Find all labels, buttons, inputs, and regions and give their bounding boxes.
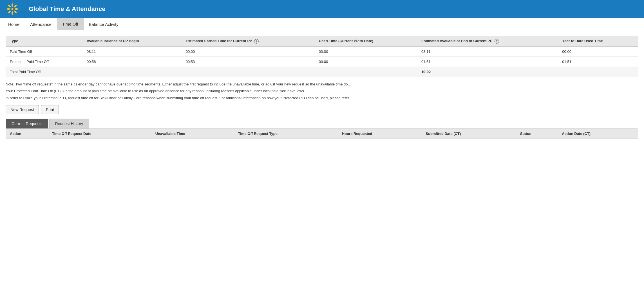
nav-time-off[interactable]: Time Off	[57, 18, 84, 30]
logo-area	[6, 2, 23, 16]
est-end-help-icon[interactable]: ?	[495, 39, 499, 44]
app-header: Global Time & Attendance	[0, 0, 644, 18]
row1-estimated-earned: 00:00	[182, 46, 315, 56]
total-ytd	[558, 67, 638, 77]
row1-available: 08:11	[83, 46, 182, 56]
request-tabs: Current Requests Request History	[6, 119, 638, 128]
req-col-submitted: Submitted Date (CT)	[422, 129, 516, 139]
tab-request-history[interactable]: Request History	[49, 119, 89, 128]
requests-table: Action Time Off Request Date Unavailable…	[6, 129, 638, 139]
req-col-type: Time Off Request Type	[234, 129, 338, 139]
balance-table: Type Available Balance at PP Begin Estim…	[6, 36, 638, 77]
row1-est-available: 08:11	[417, 46, 558, 56]
note-3: In order to utilize your Protected PTO, …	[6, 95, 638, 101]
row1-type: Paid Time Off	[6, 46, 83, 56]
table-row-total: Total Paid Time Off 10:02	[6, 67, 638, 77]
svg-point-1	[12, 3, 13, 7]
walmart-logo-icon	[6, 2, 19, 16]
col-estimated-earned: Estimated Earned Time for Current PP ?	[182, 36, 315, 46]
note-2: Your Protected Paid Time Off (PTO) is th…	[6, 88, 638, 94]
row2-est-available: 01:51	[417, 56, 558, 67]
svg-point-6	[14, 10, 17, 14]
app-title: Global Time & Attendance	[29, 5, 106, 13]
col-est-end: Estimated Available at End of Current PP…	[417, 36, 558, 46]
nav-home[interactable]: Home	[3, 18, 25, 30]
req-col-unavailable: Unavailable Time	[151, 129, 234, 139]
table-row: Paid Time Off 08:11 00:00 00:00 08:11 00…	[6, 46, 638, 56]
balance-table-wrapper: Type Available Balance at PP Begin Estim…	[6, 36, 638, 77]
svg-point-7	[14, 4, 17, 8]
estimated-earned-help-icon[interactable]: ?	[254, 39, 259, 44]
req-col-status: Status	[516, 129, 558, 139]
table-row: Protected Paid Time Off 00:58 00:53 00:0…	[6, 56, 638, 67]
total-estimated-earned	[182, 67, 315, 77]
main-content: Type Available Balance at PP Begin Estim…	[0, 30, 644, 145]
total-type: Total Paid Time Off	[6, 67, 83, 77]
nav-balance-activity[interactable]: Balance Activity	[84, 18, 124, 30]
row1-used: 00:00	[315, 46, 417, 56]
svg-point-4	[15, 8, 18, 10]
col-used: Used Time (Current PP to Date)	[315, 36, 417, 46]
svg-point-8	[8, 10, 11, 14]
row2-estimated-earned: 00:53	[182, 56, 315, 67]
row2-used: 00:00	[315, 56, 417, 67]
balance-table-header-row: Type Available Balance at PP Begin Estim…	[6, 36, 638, 46]
row2-type: Protected Paid Time Off	[6, 56, 83, 67]
svg-point-3	[7, 8, 10, 10]
tab-current-requests[interactable]: Current Requests	[6, 119, 48, 128]
svg-point-5	[8, 4, 11, 8]
note-1: Note: Two "time off requests" in the sam…	[6, 82, 638, 87]
req-col-action: Action	[6, 129, 48, 139]
col-type: Type	[6, 36, 83, 46]
print-button[interactable]: Print	[41, 105, 59, 114]
row2-available: 00:58	[83, 56, 182, 67]
nav-attendance[interactable]: Attendance	[25, 18, 57, 30]
notes-section: Note: Two "time off requests" in the sam…	[6, 82, 638, 101]
requests-section: Action Time Off Request Date Unavailable…	[6, 128, 638, 139]
svg-point-2	[12, 11, 13, 15]
col-available: Available Balance at PP Begin	[83, 36, 182, 46]
svg-point-0	[12, 8, 14, 10]
total-available	[83, 67, 182, 77]
col-ytd: Year to Date Used Time	[558, 36, 638, 46]
main-nav: Home Attendance Time Off Balance Activit…	[0, 18, 644, 30]
row2-ytd: 01:51	[558, 56, 638, 67]
new-request-button[interactable]: New Request	[6, 105, 39, 114]
row1-ytd: 00:00	[558, 46, 638, 56]
req-col-hours: Hours Requested	[338, 129, 422, 139]
total-est-available: 10:02	[417, 67, 558, 77]
req-col-date: Time Off Request Date	[48, 129, 151, 139]
req-col-action-date: Action Date (CT)	[558, 129, 638, 139]
action-buttons: New Request Print	[6, 105, 638, 114]
total-used	[315, 67, 417, 77]
requests-table-header-row: Action Time Off Request Date Unavailable…	[6, 129, 638, 139]
